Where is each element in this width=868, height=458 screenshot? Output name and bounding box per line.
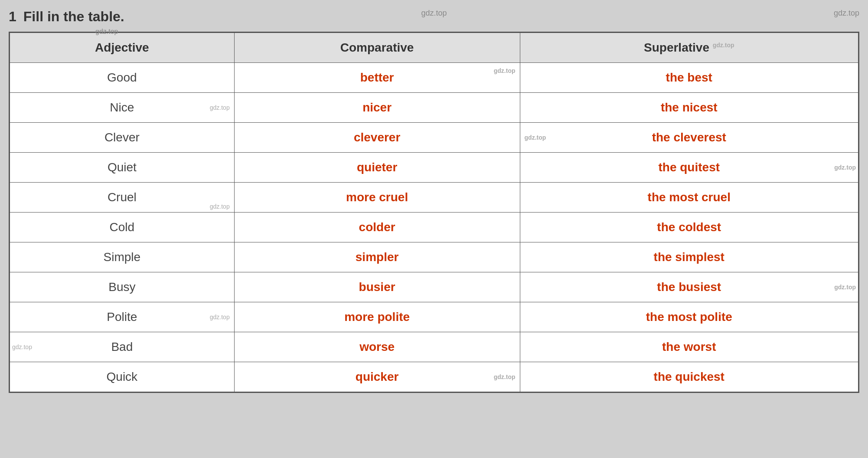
watermark: gdz.top <box>834 284 856 291</box>
adjective-cell: Cold <box>10 213 235 242</box>
watermark: gdz.top <box>210 314 230 321</box>
comparative-cell: bettergdz.top <box>234 63 520 93</box>
header-comparative: Comparative <box>234 33 520 63</box>
superlative-cell: the cleverestgdz.top <box>520 123 858 153</box>
superlative-cell: the most cruel <box>520 183 858 213</box>
comparative-cell: quickergdz.top <box>234 362 520 392</box>
superlative-cell: the quickest <box>520 362 858 392</box>
table-container: Adjective Comparative Superlative gdz.to… <box>9 32 859 393</box>
superlative-cell: the coldest <box>520 213 858 242</box>
comparative-cell: more cruel <box>234 183 520 213</box>
table-row: Busybusierthe busiestgdz.top <box>10 272 858 302</box>
header-adjective: Adjective <box>10 33 235 63</box>
adjective-cell: Nicegdz.top <box>10 93 235 123</box>
superlative-cell: the worst <box>520 332 858 362</box>
comparative-cell: worse <box>234 332 520 362</box>
comparative-cell: busier <box>234 272 520 302</box>
watermark-header-left: gdz.top <box>95 28 118 36</box>
comparative-cell: quieter <box>234 153 520 183</box>
adjective-cell: Simple <box>10 242 235 272</box>
table-row: Goodbettergdz.topthe best <box>10 63 858 93</box>
watermark: gdz.top <box>525 134 546 141</box>
adjective-cell: Good <box>10 63 235 93</box>
watermark-top-center: gdz.top <box>421 9 447 18</box>
comparative-cell: cleverer <box>234 123 520 153</box>
superlative-cell: the busiestgdz.top <box>520 272 858 302</box>
table-row: Cruelgdz.topmore cruelthe most cruel <box>10 183 858 213</box>
table-row: Politegdz.topmore politethe most polite <box>10 302 858 332</box>
superlative-cell: the best <box>520 63 858 93</box>
watermark-top-right: gdz.top <box>834 9 859 18</box>
adjective-cell: Politegdz.top <box>10 302 235 332</box>
superlative-cell: the nicest <box>520 93 858 123</box>
table-row: Badgdz.topworsethe worst <box>10 332 858 362</box>
watermark: gdz.top <box>210 203 230 210</box>
superlative-cell: the simplest <box>520 242 858 272</box>
adjective-cell: Clever <box>10 123 235 153</box>
table-row: Cleverclevererthe cleverestgdz.top <box>10 123 858 153</box>
watermark: gdz.top <box>12 344 32 350</box>
table-header-row: Adjective Comparative Superlative gdz.to… <box>10 33 858 63</box>
page-header: 1 Fill in the table. gdz.top gdz.top gdz… <box>9 9 859 25</box>
adjective-cell: Quick <box>10 362 235 392</box>
watermark: gdz.top <box>494 67 516 74</box>
comparative-cell: nicer <box>234 93 520 123</box>
table-row: Simplesimplerthe simplest <box>10 242 858 272</box>
superlative-cell: the quitestgdz.top <box>520 153 858 183</box>
adjective-cell: Busy <box>10 272 235 302</box>
watermark: gdz.top <box>834 164 856 171</box>
watermark: gdz.top <box>210 104 230 111</box>
comparative-cell: more polite <box>234 302 520 332</box>
comparative-cell: simpler <box>234 242 520 272</box>
comparative-cell: colder <box>234 213 520 242</box>
table-row: Coldcolderthe coldest <box>10 213 858 242</box>
watermark-superlative-header: gdz.top <box>713 42 734 49</box>
table-row: Quietquieterthe quitestgdz.top <box>10 153 858 183</box>
exercise-title: Fill in the table. <box>23 9 124 25</box>
adjectives-table: Adjective Comparative Superlative gdz.to… <box>10 33 858 392</box>
table-row: Nicegdz.topnicerthe nicest <box>10 93 858 123</box>
adjective-cell: Cruelgdz.top <box>10 183 235 213</box>
adjective-cell: Quiet <box>10 153 235 183</box>
header-superlative: Superlative gdz.top <box>520 33 858 63</box>
superlative-cell: the most polite <box>520 302 858 332</box>
exercise-number: 1 <box>9 9 16 25</box>
table-row: Quickquickergdz.topthe quickest <box>10 362 858 392</box>
watermark: gdz.top <box>494 373 516 380</box>
adjective-cell: Badgdz.top <box>10 332 235 362</box>
